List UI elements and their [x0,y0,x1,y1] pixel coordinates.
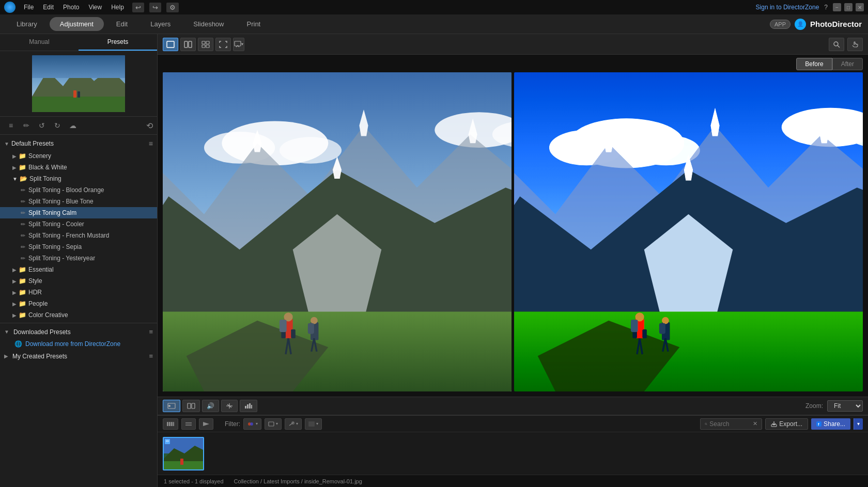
tab-layers[interactable]: Layers [140,17,181,31]
color-creative-arrow: ▶ [12,312,17,318]
sidebar-tabs: Manual Presets [0,34,157,51]
sidebar-item-color-creative[interactable]: ▶ 📁 Color Creative [0,309,157,321]
sidebar-item-hdr[interactable]: ▶ 📁 HDR [0,287,157,298]
settings-button[interactable]: ⚙ [166,3,179,12]
view-mode-1-btn[interactable] [163,400,180,412]
tab-slideshow[interactable]: Slideshow [183,17,234,31]
preset-blood-orange[interactable]: ✏ Split Toning - Blood Orange [0,184,157,196]
sidebar-item-style[interactable]: ▶ 📁 Style [0,275,157,287]
images-area [158,72,868,397]
color-filter-btn[interactable]: ▾ [243,418,261,430]
user-avatar[interactable]: 👤 [795,19,806,30]
zoom-select[interactable]: Fit 25% 50% 100% 200% [827,400,863,412]
preset-calm[interactable]: ✏ Split Toning Calm [0,207,157,218]
filmstrip-thumb-1[interactable]: ✏ [163,437,204,470]
svg-rect-83 [167,422,168,426]
menu-help[interactable]: Help [111,4,124,11]
menu-edit[interactable]: Edit [43,4,54,11]
svg-rect-75 [192,403,195,409]
my-presets-menu-btn[interactable]: ≡ [149,352,153,360]
after-button[interactable]: After [832,58,863,70]
downloaded-presets-header[interactable]: ▼ Downloaded Presets ≡ [0,325,157,338]
close-button[interactable]: ✕ [856,3,864,11]
tool-redo-btn[interactable]: ↻ [51,119,64,132]
search-clear-icon[interactable]: ✕ [753,420,757,427]
filmstrip-view-btn-1[interactable] [163,418,178,430]
color-picker-btn[interactable]: ▾ [305,418,322,430]
filmstrip-send-btn[interactable] [199,418,213,430]
preset-sepia[interactable]: ✏ Split Toning - Sepia [0,241,157,253]
undo-icon[interactable]: ⟲ [146,121,153,131]
menu-photo[interactable]: Photo [63,4,79,11]
sidebar-item-people[interactable]: ▶ 📁 People [0,298,157,309]
download-more-link[interactable]: 🌐 Download more from DirectorZone [0,338,157,350]
scenery-folder-icon: 📁 [19,152,26,160]
sidebar-item-essential[interactable]: ▶ 📁 Essential [0,264,157,275]
svg-rect-63 [642,329,647,338]
filmstrip-search-box[interactable]: ✕ [700,418,762,430]
audio-btn[interactable]: 🔊 [202,400,219,412]
menu-view[interactable]: View [88,4,102,11]
hand-tool-btn[interactable] [847,38,863,51]
export-button[interactable]: Export... [765,418,808,430]
sidebar-item-bw[interactable]: ▶ 📁 Black & White [0,162,157,173]
tab-adjustment[interactable]: Adjustment [50,17,104,31]
export-label: Export... [779,420,802,428]
edit-filter-btn[interactable]: ▾ [285,418,302,430]
filmstrip-view-btn-2[interactable] [181,418,196,430]
app-badge: APP [770,20,791,29]
view-mode-2-btn[interactable] [182,400,200,412]
preset-pen-icon-3: ✏ [21,210,25,216]
view-tools-right [829,38,863,51]
tool-edit-btn[interactable]: ✏ [20,119,33,132]
search-view-btn[interactable] [829,38,844,51]
preset-cooler[interactable]: ✏ Split Toning - Cooler [0,218,157,230]
help-icon[interactable]: ? [824,4,828,11]
signin-link[interactable]: Sign in to DirectorZone [756,4,819,11]
redo-button[interactable]: ↪ [149,3,161,12]
default-presets-header[interactable]: ▼ Default Presets ≡ [0,137,157,150]
share-dropdown-btn[interactable]: ▾ [854,418,863,430]
view-grid-btn[interactable] [198,38,213,51]
view-extra-btn[interactable]: ▾ [233,38,244,51]
svg-rect-66 [631,320,638,332]
my-presets-header[interactable]: ▶ My Created Presets ≡ [0,350,157,363]
maximize-button[interactable]: □ [844,3,853,11]
sidebar-item-split-toning[interactable]: ▼ 📂 Split Toning [0,173,157,184]
downloaded-menu-btn[interactable]: ≡ [149,328,153,336]
status-text: 1 selected - 1 displayed [164,478,224,484]
minimize-button[interactable]: − [833,3,841,11]
view-single-btn[interactable] [163,38,178,51]
tool-cloud-btn[interactable]: ☁ [66,119,80,132]
histogram-btn[interactable] [240,400,257,412]
menu-file[interactable]: File [24,4,34,11]
undo-button[interactable]: ↩ [132,3,144,12]
preview-image [32,55,125,112]
before-button[interactable]: Before [796,58,832,70]
tab-edit[interactable]: Edit [106,17,138,31]
preset-blue-tone[interactable]: ✏ Split Toning - Blue Tone [0,196,157,207]
exposure-btn[interactable] [221,400,238,412]
tab-presets[interactable]: Presets [79,34,157,51]
bw-arrow: ▶ [12,165,17,170]
shape-filter-btn[interactable]: ▾ [265,418,282,430]
tab-library[interactable]: Library [6,17,48,31]
tab-print[interactable]: Print [237,17,271,31]
globe-icon: 🌐 [14,340,22,348]
essential-folder-icon: 📁 [19,266,26,273]
tool-history-btn[interactable]: ↺ [35,119,49,132]
filter-label: Filter: [225,420,240,428]
search-input[interactable] [709,420,751,428]
main-layout: Manual Presets [0,34,868,487]
view-fullscreen-btn[interactable] [215,38,231,51]
preset-french-mustard[interactable]: ✏ Split Toning - French Mustard [0,230,157,241]
sidebar-item-scenery[interactable]: ▶ 📁 Scenery [0,150,157,162]
default-presets-menu-btn[interactable]: ≡ [149,139,153,148]
view-split-btn[interactable] [180,38,196,51]
before-image [163,72,512,391]
tool-layers-btn[interactable]: ≡ [4,119,18,132]
share-button[interactable]: f Share... [811,418,850,430]
preset-yesteryear[interactable]: ✏ Split Toning - Yesteryear [0,253,157,264]
svg-rect-85 [171,422,173,426]
tab-manual[interactable]: Manual [0,34,79,51]
